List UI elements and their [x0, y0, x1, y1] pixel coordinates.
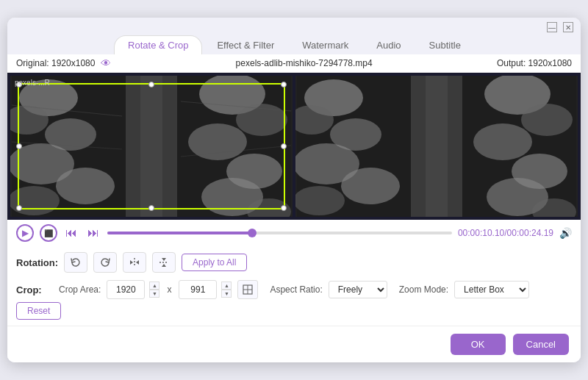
video-area: pexels-...R [7, 73, 581, 220]
reset-button[interactable]: Reset [16, 302, 61, 320]
flip-horizontal-button[interactable] [123, 252, 146, 273]
apply-to-all-button[interactable]: Apply to All [182, 254, 247, 271]
svg-rect-3 [140, 76, 162, 217]
cancel-button[interactable]: Cancel [513, 334, 569, 355]
crop-row: Crop: Crop Area: ▲ ▼ x ▲ ▼ [16, 280, 572, 299]
svg-point-31 [473, 123, 532, 160]
center-crop-button[interactable] [237, 280, 258, 299]
svg-marker-39 [162, 258, 166, 261]
svg-point-28 [295, 186, 345, 215]
stop-button[interactable]: ⬛ [40, 224, 57, 242]
svg-marker-40 [162, 264, 166, 267]
width-up-button[interactable]: ▲ [149, 282, 159, 290]
aspect-ratio-label: Aspect Ratio: [270, 284, 322, 295]
flip-vertical-button[interactable] [152, 252, 176, 273]
source-video-panel: pexels-...R [10, 76, 293, 217]
window-controls: — ✕ [547, 22, 573, 32]
tab-effect-filter[interactable]: Effect & Filter [204, 35, 287, 54]
rotation-row: Rotation: [16, 252, 572, 273]
volume-button[interactable]: 🔊 [559, 227, 572, 239]
minimize-button[interactable]: — [547, 22, 557, 32]
title-bar: — ✕ [7, 18, 581, 32]
svg-rect-22 [426, 76, 448, 217]
svg-marker-37 [136, 260, 139, 265]
svg-point-8 [56, 168, 115, 204]
playback-area: ▶ ⬛ ⏮ ⏭ 00:00:10.10/00:00:24.19 🔊 [7, 220, 581, 246]
progress-bar[interactable] [107, 232, 452, 234]
svg-point-9 [10, 186, 60, 215]
content-area: Original: 1920x1080 👁 pexels-adlib-mishi… [7, 54, 581, 362]
controls-section: Rotation: [7, 246, 581, 326]
crop-section: Crop: Crop Area: ▲ ▼ x ▲ ▼ [16, 280, 572, 320]
height-down-button[interactable]: ▼ [221, 290, 232, 298]
filename: pexels-adlib-mishiko-7294778.mp4 [236, 58, 373, 68]
ok-button[interactable]: OK [451, 334, 506, 355]
rotation-label: Rotation: [16, 257, 58, 268]
svg-point-27 [341, 168, 400, 204]
next-frame-button[interactable]: ⏭ [85, 225, 101, 241]
main-window: — ✕ Rotate & Crop Effect & Filter Waterm… [7, 18, 581, 362]
tab-subtitle[interactable]: Subtitle [416, 35, 474, 54]
zoom-mode-select[interactable]: Letter Box Pan & Scan Full [454, 281, 529, 298]
tab-bar: Rotate & Crop Effect & Filter Watermark … [7, 32, 581, 54]
tab-rotate-crop[interactable]: Rotate & Crop [114, 35, 202, 54]
width-spinner: ▲ ▼ [149, 282, 159, 298]
crop-height-input[interactable] [179, 280, 217, 299]
x-separator: x [167, 284, 171, 295]
video-source-label: pexels-...R [15, 79, 50, 87]
svg-point-30 [521, 104, 573, 136]
original-info: Original: 1920x1080 [16, 58, 95, 68]
crop-width-input[interactable] [107, 280, 145, 299]
output-info: Output: 1920x1080 [497, 58, 572, 68]
preview-video-panel [295, 76, 578, 217]
info-left: Original: 1920x1080 👁 [16, 57, 111, 69]
prev-frame-button[interactable]: ⏮ [63, 225, 79, 241]
rotate-left-button[interactable] [64, 252, 87, 273]
tab-watermark[interactable]: Watermark [289, 35, 362, 54]
crop-area-label: Crop Area: [59, 284, 101, 295]
play-button[interactable]: ▶ [16, 224, 34, 242]
progress-thumb [248, 229, 257, 237]
eye-icon[interactable]: 👁 [101, 57, 111, 69]
height-spinner: ▲ ▼ [221, 282, 232, 298]
tab-audio[interactable]: Audio [363, 35, 414, 54]
footer: OK Cancel [7, 326, 581, 362]
svg-marker-36 [130, 260, 133, 265]
aspect-ratio-select[interactable]: Freely 16:9 4:3 1:1 [329, 281, 387, 298]
crop-label: Crop: [16, 284, 53, 295]
info-bar: Original: 1920x1080 👁 pexels-adlib-mishi… [7, 54, 581, 73]
close-button[interactable]: ✕ [563, 22, 573, 32]
width-down-button[interactable]: ▼ [149, 290, 159, 298]
time-display: 00:00:10.10/00:00:24.19 [458, 228, 553, 238]
rotate-right-button[interactable] [93, 252, 117, 273]
progress-fill [107, 232, 252, 234]
height-up-button[interactable]: ▲ [221, 282, 232, 290]
zoom-mode-label: Zoom Mode: [399, 284, 448, 295]
playback-controls: ▶ ⬛ ⏮ ⏭ 00:00:10.10/00:00:24.19 🔊 [16, 224, 572, 242]
